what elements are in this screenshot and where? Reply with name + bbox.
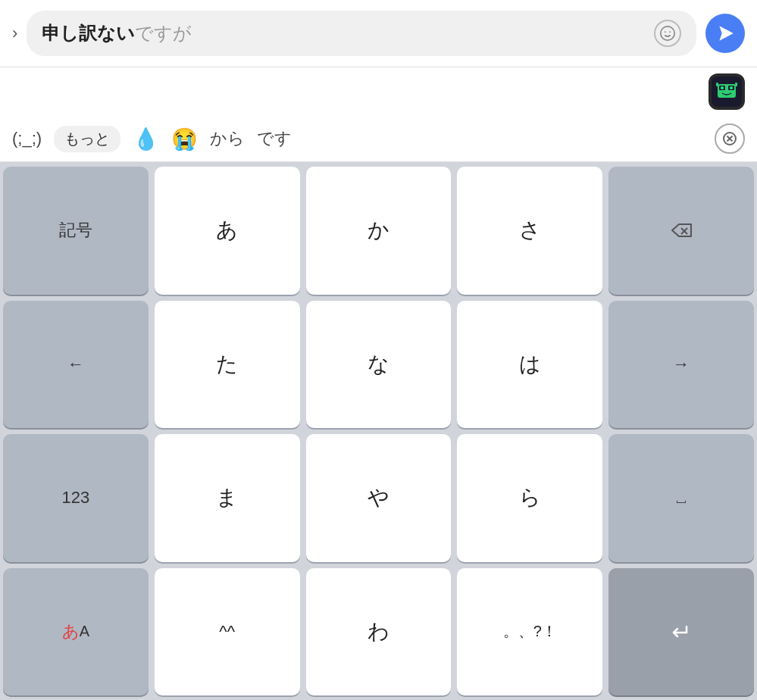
keyboard-row-3: 123 ま や ら ⎵	[3, 434, 754, 562]
avatar	[709, 73, 745, 110]
suggestion-2[interactable]: もっと	[54, 126, 120, 152]
send-button[interactable]	[705, 14, 745, 53]
input-bar: › 申し訳ないですが	[0, 0, 757, 67]
keyboard-row-2: ← た な は →	[3, 301, 754, 429]
svg-marker-3	[719, 26, 733, 41]
key-space[interactable]: ⎵	[608, 434, 754, 562]
avatar-row	[0, 67, 757, 116]
suggestion-3[interactable]: 💧	[133, 127, 159, 152]
key-a[interactable]: あ	[155, 167, 300, 295]
key-emoticon[interactable]: ^^	[155, 568, 300, 696]
key-ta[interactable]: た	[155, 301, 300, 429]
keyboard-row-4: あA ^^ わ 。、?！	[3, 568, 754, 696]
key-ya[interactable]: や	[306, 434, 452, 562]
key-na[interactable]: な	[306, 301, 452, 429]
input-field[interactable]: 申し訳ないですが	[27, 11, 696, 56]
expand-icon[interactable]: ›	[12, 23, 17, 43]
key-sa[interactable]: さ	[457, 167, 602, 295]
key-ha[interactable]: は	[457, 301, 602, 429]
suggestion-row: (;_;) もっと 💧 😭 から です	[0, 116, 757, 162]
clear-button[interactable]	[715, 123, 745, 154]
suggestion-6[interactable]: です	[257, 127, 292, 150]
key-kigo[interactable]: 記号	[3, 167, 149, 295]
svg-rect-11	[735, 83, 737, 86]
input-text: 申し訳ないですが	[42, 21, 192, 45]
key-ka[interactable]: か	[306, 167, 452, 295]
keyboard: 記号 あ か さ ← た な は → 123 ま や ら ⎵ あA ^^ わ 。…	[0, 162, 757, 700]
key-123[interactable]: 123	[3, 434, 149, 562]
svg-point-0	[661, 27, 674, 40]
svg-point-2	[669, 31, 671, 33]
key-enter[interactable]	[608, 568, 754, 696]
emoji-button[interactable]	[654, 20, 681, 47]
key-punct[interactable]: 。、?！	[457, 568, 602, 696]
suggestion-5[interactable]: から	[210, 127, 245, 150]
input-text-bold: 申し訳ない	[42, 23, 135, 43]
key-lang[interactable]: あA	[3, 568, 149, 696]
key-right[interactable]: →	[608, 301, 754, 429]
svg-point-9	[730, 86, 733, 89]
key-backspace[interactable]	[608, 167, 754, 295]
keyboard-row-1: 記号 あ か さ	[3, 167, 754, 295]
input-text-gray: ですが	[135, 23, 192, 43]
key-wa[interactable]: わ	[306, 568, 452, 696]
svg-point-1	[665, 31, 666, 33]
suggestion-4[interactable]: 😭	[171, 127, 198, 152]
key-ma[interactable]: ま	[155, 434, 300, 562]
svg-point-8	[721, 86, 724, 89]
key-ra[interactable]: ら	[457, 434, 602, 562]
svg-rect-10	[716, 83, 718, 86]
key-left[interactable]: ←	[3, 301, 149, 429]
suggestion-1[interactable]: (;_;)	[12, 129, 42, 148]
